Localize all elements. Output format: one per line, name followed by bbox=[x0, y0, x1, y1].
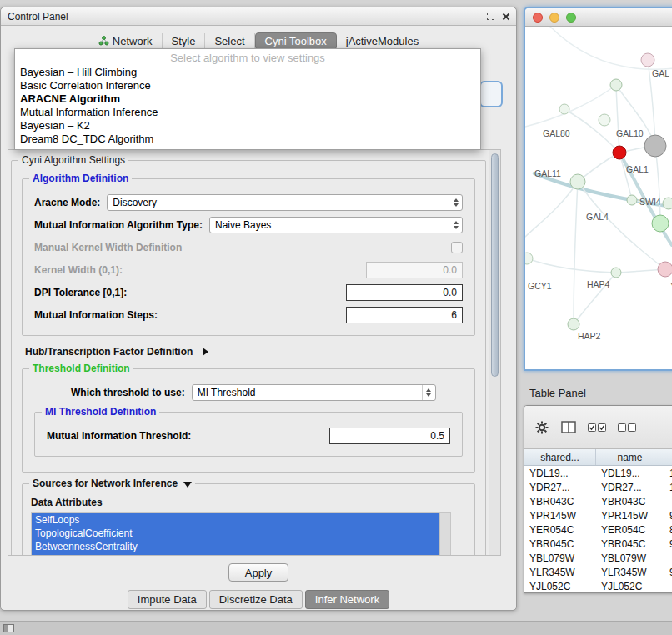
aracne-mode-select[interactable]: Discovery bbox=[107, 194, 463, 211]
algorithm-list: Bayesian – Hill ClimbingBasic Correlatio… bbox=[15, 66, 480, 146]
gear-icon[interactable] bbox=[534, 420, 549, 435]
scrollbar-thumb[interactable] bbox=[491, 153, 499, 377]
combo-arrows-icon bbox=[449, 218, 462, 232]
column-header-shared-name[interactable]: shared... bbox=[524, 449, 596, 465]
network-node[interactable] bbox=[610, 79, 622, 91]
network-node-label: GCY1 bbox=[528, 281, 552, 291]
data-attribute-item[interactable]: SelfLoops bbox=[32, 513, 439, 527]
table-row[interactable]: YBR045CYBR045C9. bbox=[524, 537, 672, 551]
settings-scrollbar[interactable] bbox=[489, 150, 500, 555]
table-cell: YDL19... bbox=[596, 466, 664, 480]
mi-steps-row: Mutual Information Steps: 6 bbox=[34, 306, 463, 323]
data-attributes-list[interactable]: SelfLoopsTopologicalCoefficientBetweenne… bbox=[31, 512, 451, 555]
tab-select[interactable]: Select bbox=[205, 33, 254, 49]
algorithm-option[interactable]: Dream8 DC_TDC Algorithm bbox=[15, 132, 480, 146]
algorithm-option[interactable]: Mutual Information Inference bbox=[15, 106, 480, 119]
network-node[interactable] bbox=[611, 268, 621, 278]
hub-section-toggle[interactable]: Hub/Transcription Factor Definition bbox=[25, 346, 475, 358]
dpi-tolerance-input[interactable]: 0.0 bbox=[346, 284, 463, 301]
which-threshold-row: Which threshold to use: MI Threshold bbox=[34, 383, 463, 401]
table-row[interactable]: YJL052CYJL052C bbox=[524, 579, 672, 593]
network-node[interactable] bbox=[613, 146, 626, 159]
table-row[interactable]: YBR043CYBR043C bbox=[524, 494, 672, 508]
table-body: YDL19...YDL19...13YDR27...YDR27...12YBR0… bbox=[524, 466, 672, 593]
settings-scrollpane: Cyni Algorithm Settings Algorithm Defini… bbox=[8, 149, 501, 556]
table-cell: YDR27... bbox=[596, 480, 664, 494]
network-node[interactable] bbox=[644, 135, 666, 157]
table-cell: YDL19... bbox=[524, 466, 596, 480]
tab-label: Style bbox=[172, 35, 196, 48]
algorithm-option[interactable]: Bayesian – K2 bbox=[15, 119, 480, 132]
focused-field-fragment[interactable] bbox=[479, 81, 503, 108]
algorithm-option[interactable]: Bayesian – Hill Climbing bbox=[15, 66, 480, 79]
data-attribute-item[interactable]: BetweennessCentrality bbox=[32, 540, 439, 553]
column-header-name[interactable]: name bbox=[596, 449, 664, 465]
network-node[interactable] bbox=[641, 53, 654, 67]
deselect-all-icon[interactable] bbox=[618, 423, 636, 432]
cyni-settings-group: Cyni Algorithm Settings Algorithm Defini… bbox=[11, 160, 486, 555]
table-row[interactable]: YPR145WYPR145W9. bbox=[524, 508, 672, 522]
table-row[interactable]: YDL19...YDL19...13 bbox=[524, 466, 672, 480]
network-node[interactable] bbox=[663, 198, 672, 209]
table-row[interactable]: YER054CYER054C8. bbox=[524, 522, 672, 537]
tab-impute-data[interactable]: Impute Data bbox=[128, 590, 207, 609]
zoom-traffic-light[interactable] bbox=[566, 12, 576, 22]
algorithm-option[interactable]: ARACNE Algorithm bbox=[15, 92, 480, 106]
manual-kernel-checkbox[interactable] bbox=[451, 242, 463, 253]
tab-cyni-toolbox[interactable]: Cyni Toolbox bbox=[255, 32, 337, 50]
column-header-partial[interactable] bbox=[664, 449, 672, 465]
mi-algorithm-type-select[interactable]: Naive Bayes bbox=[209, 217, 463, 233]
network-edge bbox=[619, 152, 632, 200]
network-node[interactable] bbox=[525, 252, 533, 264]
table-cell: YBR045C bbox=[596, 537, 664, 551]
kernel-width-label: Kernel Width (0,1): bbox=[34, 264, 123, 276]
columns-icon[interactable] bbox=[561, 421, 576, 433]
control-panel-tabs: Network Style Select Cyni Toolbox jActiv… bbox=[1, 32, 516, 50]
apply-button[interactable]: Apply bbox=[228, 563, 288, 582]
table-header: shared... name bbox=[524, 449, 672, 466]
table-cell: YBR043C bbox=[524, 494, 596, 508]
data-attribute-item[interactable]: gal4RGexp bbox=[32, 553, 439, 555]
kernel-width-input[interactable]: 0.0 bbox=[366, 262, 463, 278]
select-all-icon[interactable] bbox=[588, 423, 606, 432]
desktop: Control Panel Network Style Select C bbox=[0, 0, 672, 635]
tab-infer-network[interactable]: Infer Network bbox=[305, 590, 389, 609]
network-edge bbox=[574, 182, 578, 324]
group-title: MI Threshold Definition bbox=[42, 406, 159, 418]
list-scrollbar[interactable] bbox=[439, 513, 450, 555]
network-node[interactable] bbox=[627, 195, 637, 205]
table-row[interactable]: YLR345WYLR345W9. bbox=[524, 565, 672, 579]
network-node[interactable] bbox=[570, 174, 585, 189]
settings-content: Cyni Algorithm Settings Algorithm Defini… bbox=[8, 150, 489, 555]
tab-jactivemodules[interactable]: jActiveModules bbox=[337, 33, 428, 49]
combo-value: Discovery bbox=[113, 197, 157, 208]
control-panel-titlebar[interactable]: Control Panel bbox=[1, 8, 516, 26]
close-icon[interactable] bbox=[501, 12, 509, 21]
network-canvas[interactable]: GALGAL80GAL10GAL11GAL1SWI4GAL4GCY1HAP4YH… bbox=[525, 27, 672, 369]
close-traffic-light[interactable] bbox=[533, 12, 543, 22]
mi-steps-input[interactable]: 6 bbox=[346, 307, 463, 323]
float-window-icon[interactable] bbox=[487, 12, 494, 20]
network-node[interactable] bbox=[568, 318, 579, 330]
tab-network[interactable]: Network bbox=[89, 33, 163, 49]
minimize-traffic-light[interactable] bbox=[549, 12, 559, 22]
network-node[interactable] bbox=[559, 104, 569, 114]
network-node[interactable] bbox=[652, 215, 669, 232]
algorithm-option[interactable]: Basic Correlation Inference bbox=[15, 79, 480, 92]
table-panel-title: Table Panel bbox=[529, 387, 586, 399]
table-toolbar bbox=[524, 406, 672, 449]
tab-discretize-data[interactable]: Discretize Data bbox=[209, 590, 303, 609]
network-node[interactable] bbox=[599, 114, 610, 126]
which-threshold-select[interactable]: MI Threshold bbox=[192, 384, 436, 401]
table-row[interactable]: YDR27...YDR27...12 bbox=[524, 480, 672, 494]
group-title[interactable]: Sources for Network Inference bbox=[29, 478, 195, 489]
mi-threshold-input[interactable]: 0.5 bbox=[329, 428, 450, 444]
tab-style[interactable]: Style bbox=[163, 33, 206, 49]
network-window-titlebar[interactable] bbox=[525, 8, 672, 27]
panel-toggle-icon[interactable] bbox=[3, 624, 14, 632]
data-attribute-item[interactable]: TopologicalCoefficient bbox=[32, 527, 439, 540]
table-row[interactable]: YBL079WYBL079W bbox=[524, 551, 672, 565]
table-cell: YPR145W bbox=[524, 508, 596, 522]
group-title: Cyni Algorithm Settings bbox=[18, 154, 128, 166]
network-node[interactable] bbox=[658, 262, 672, 277]
